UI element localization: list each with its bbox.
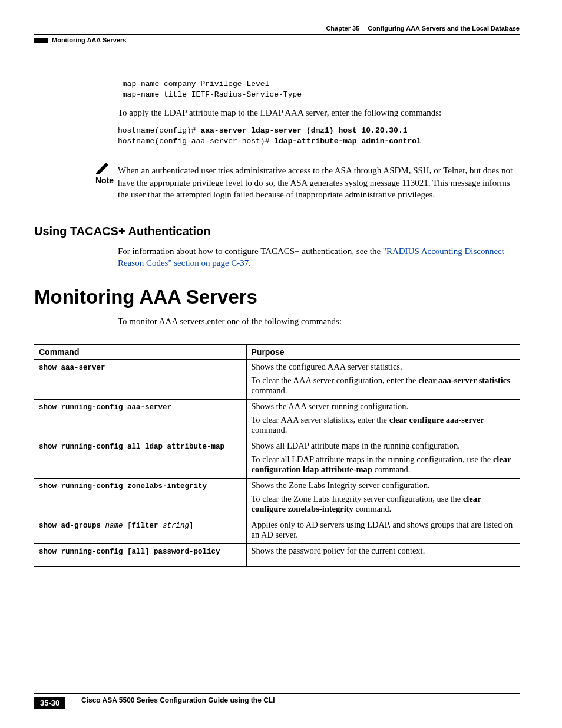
- note-text: When an authenticated user tries adminis…: [118, 164, 520, 200]
- chapter-title: Configuring AAA Servers and the Local Da…: [368, 25, 520, 32]
- monitoring-heading: Monitoring AAA Servers: [34, 286, 520, 308]
- note-pencil-icon: [95, 162, 111, 174]
- table-row: show running-config all ldap attribute-m…: [34, 439, 520, 478]
- table-row: show ad-groups name [filter string] Appl…: [34, 518, 520, 543]
- tacacs-text: For information about how to configure T…: [118, 245, 520, 269]
- table-row: show running-config zonelabs-integrity S…: [34, 478, 520, 518]
- th-command: Command: [34, 344, 246, 360]
- apply-text: To apply the LDAP attribute map to the L…: [118, 107, 520, 118]
- chapter-label: Chapter 35: [326, 25, 359, 32]
- monitor-text: To monitor AAA servers,enter one of the …: [118, 315, 520, 327]
- header-marker-icon: [34, 38, 48, 43]
- commands-table: Command Purpose show aaa-server Shows th…: [34, 344, 520, 567]
- table-row: show aaa-server Shows the configured AAA…: [34, 360, 520, 400]
- code-block-apply: hostname(config)# aaa-server ldap-server…: [118, 126, 520, 146]
- th-purpose: Purpose: [246, 344, 520, 360]
- code-block-map: map-name company Privilege-Level map-nam…: [118, 79, 520, 100]
- table-row: show running-config [all] password-polic…: [34, 543, 520, 566]
- svg-rect-0: [96, 173, 99, 174]
- table-row: show running-config aaa-server Shows the…: [34, 399, 520, 439]
- footer-title: Cisco ASA 5500 Series Configuration Guid…: [81, 696, 275, 704]
- section-label: Monitoring AAA Servers: [52, 37, 126, 44]
- tacacs-heading: Using TACACS+ Authentication: [34, 225, 520, 238]
- page-number: 35-30: [34, 697, 65, 709]
- note-label: Note: [95, 176, 114, 185]
